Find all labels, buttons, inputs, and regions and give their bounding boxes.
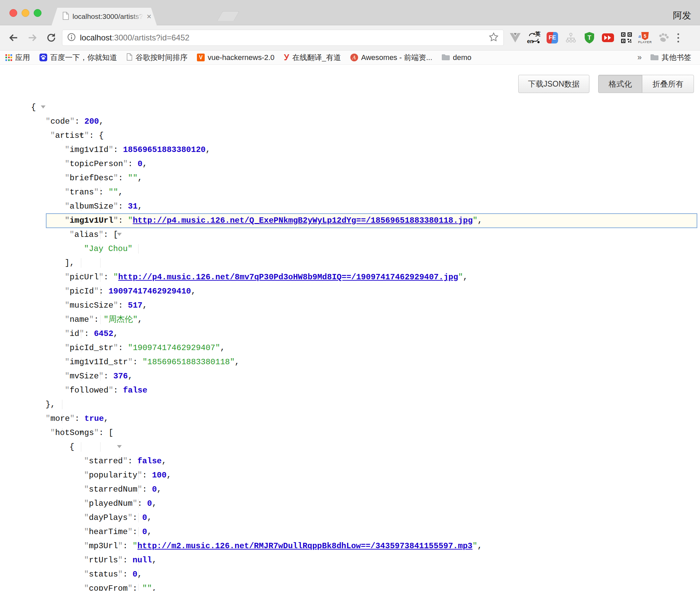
svg-text:T: T <box>588 34 591 41</box>
json-punctuation: : <box>128 159 138 168</box>
json-punctuation: , <box>138 202 142 211</box>
json-key: mp3Url <box>89 541 118 551</box>
json-punctuation: , <box>142 301 147 310</box>
page-info-icon[interactable] <box>67 33 76 43</box>
bookmark-vue-hackernews[interactable]: V vue-hackernews-2.0 <box>197 53 274 62</box>
window-titlebar: localhost:3000/artists?id=6452 × 阿发 <box>0 0 700 25</box>
json-key-quote: " <box>128 513 133 522</box>
bookmark-label: demo <box>453 53 471 62</box>
browser-tab[interactable]: localhost:3000/artists?id=6452 × <box>52 8 157 25</box>
json-punctuation: , <box>147 527 152 536</box>
json-punctuation: , <box>235 357 239 367</box>
json-key-quote: " <box>128 527 133 536</box>
json-punctuation: : <box>118 216 128 225</box>
bookmark-apps[interactable]: 应用 <box>5 53 30 63</box>
json-line: "playedNum": 0, <box>0 497 700 511</box>
url-text[interactable]: localhost:3000/artists?id=6452 <box>80 33 489 42</box>
qr-code-icon[interactable] <box>620 31 633 44</box>
chrome-menu-icon[interactable] <box>675 33 681 42</box>
tab-title-wrap: localhost:3000/artists?id=6452 <box>72 12 145 21</box>
tampermonkey-shield-icon[interactable]: T <box>583 31 596 44</box>
paw-extension-icon[interactable] <box>657 31 670 44</box>
download-json-button[interactable]: 下载JSON数据 <box>518 75 589 93</box>
minimize-window-button[interactable] <box>22 9 29 17</box>
json-key-quote: " <box>94 188 98 197</box>
json-link[interactable]: http://p4.music.126.net/8mv7qP30Pd3oHW8b… <box>118 273 458 282</box>
other-bookmarks-folder[interactable]: 其他书签 <box>650 53 691 63</box>
json-key-quote: " <box>128 584 133 591</box>
json-key: rtUrls <box>89 556 118 565</box>
json-key-quote: " <box>65 202 69 211</box>
sitemap-extension-icon[interactable] <box>564 31 578 44</box>
json-key-quote: " <box>84 556 89 565</box>
json-key-quote: " <box>123 457 127 466</box>
address-bar[interactable]: localhost:3000/artists?id=6452 <box>62 30 504 46</box>
reload-button[interactable] <box>43 30 59 46</box>
json-line: "mp3Url": "http://m2.music.126.net/RMJR7… <box>0 539 700 553</box>
json-line: "picUrl": "http://p4.music.126.net/8mv7q… <box>0 270 700 284</box>
json-value-literal: false <box>123 386 147 395</box>
collapse-toggle-icon[interactable] <box>117 445 122 457</box>
json-controls: 下载JSON数据 格式化 折叠所有 <box>518 75 694 93</box>
collapse-toggle-icon[interactable] <box>41 105 46 118</box>
html5-player-icon[interactable]: a 5 PLAYER <box>638 31 652 44</box>
fe-toolbox-icon[interactable]: FE <box>546 31 559 44</box>
json-key-quote: " <box>50 428 55 437</box>
vue-devtools-icon[interactable] <box>508 31 522 44</box>
json-punctuation: : <box>113 386 123 395</box>
bookmark-baidu[interactable]: 百度一下，你就知道 <box>39 53 117 63</box>
json-punctuation: : <box>94 315 104 324</box>
json-value-string: " <box>133 541 137 551</box>
zoom-window-button[interactable] <box>34 9 41 17</box>
bookmark-google-sort[interactable]: 谷歌按时间排序 <box>126 53 187 63</box>
new-tab-button[interactable] <box>217 11 240 21</box>
json-punctuation: : { <box>89 131 104 140</box>
tab-title: localhost:3000/artists?id=6452 <box>72 12 145 20</box>
bookmark-awesomes[interactable]: A Awesomes - 前端资... <box>350 53 432 63</box>
json-key: img1v1Id <box>69 145 108 154</box>
json-key-quote: " <box>65 273 69 282</box>
json-value-string: "" <box>128 174 138 183</box>
folder-icon <box>442 54 450 62</box>
json-key: alias <box>74 230 98 239</box>
translate-extension-icon[interactable]: 英 en <box>527 31 541 44</box>
json-link[interactable]: http://m2.music.126.net/RMJR7wDullRqppBk… <box>137 541 472 551</box>
json-value-string: " <box>472 541 477 551</box>
close-window-button[interactable] <box>9 9 17 17</box>
json-key: starred <box>89 457 123 466</box>
json-link[interactable]: http://p4.music.126.net/Q_ExePNkmgB2yWyL… <box>133 216 473 225</box>
json-key-quote: " <box>113 216 118 225</box>
json-key: dayPlays <box>89 513 127 522</box>
bookmark-demo-folder[interactable]: demo <box>442 53 471 62</box>
video-downloader-icon[interactable] <box>601 31 615 44</box>
json-key-quote: " <box>109 145 113 154</box>
json-punctuation: : <box>123 556 133 565</box>
bookmark-star-icon[interactable] <box>489 32 499 43</box>
profile-name[interactable]: 阿发 <box>673 9 691 22</box>
json-punctuation: { <box>69 442 74 452</box>
bookmark-youdao-translate[interactable]: У 在线翻译_有道 <box>284 53 341 63</box>
json-line: "hearTime": 0, <box>0 525 700 539</box>
json-key-quote: " <box>50 131 55 140</box>
forward-button[interactable] <box>24 30 40 46</box>
json-value-literal: 0 <box>138 159 142 168</box>
json-key: picUrl <box>69 273 98 282</box>
json-value-string: " <box>128 216 133 225</box>
back-button[interactable] <box>5 30 22 46</box>
json-punctuation: , <box>138 174 142 183</box>
svg-text:5: 5 <box>644 33 646 39</box>
json-key: topicPerson <box>69 159 123 168</box>
json-key-quote: " <box>84 570 89 579</box>
json-key-quote: " <box>65 159 69 168</box>
bookmarks-overflow-chevron[interactable]: » <box>637 53 642 62</box>
json-line: "musicSize": 517, <box>0 299 700 313</box>
bookmarks-bar: 应用 百度一下，你就知道 谷歌按时间排序 V vue-hackernews-2.… <box>0 51 700 65</box>
json-key-quote: " <box>118 541 123 551</box>
format-button[interactable]: 格式化 <box>598 75 642 93</box>
collapse-all-button[interactable]: 折叠所有 <box>642 75 694 93</box>
json-key: code <box>50 117 70 126</box>
bookmark-label: 应用 <box>15 53 30 63</box>
tab-close-icon[interactable]: × <box>147 12 151 21</box>
json-key-quote: " <box>98 230 103 239</box>
json-punctuation: { <box>31 103 36 112</box>
